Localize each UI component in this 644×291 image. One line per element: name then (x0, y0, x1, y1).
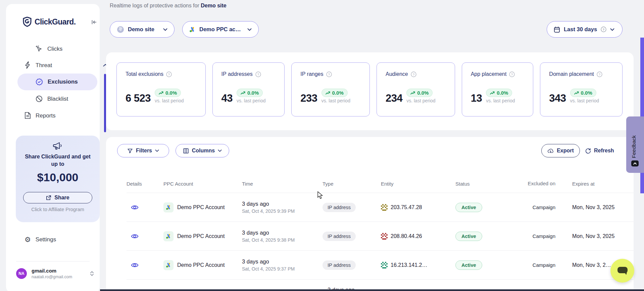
calendar-icon (554, 26, 560, 33)
account-menu[interactable]: NA gmail.com naatali.ro@gmail.com (16, 268, 94, 279)
affiliate-link[interactable]: Click to Affiliate Program (16, 207, 100, 212)
sidebar-item-blacklist[interactable]: Blacklist (36, 91, 68, 106)
type-badge: IP address (323, 260, 356, 270)
google-ads-icon (189, 26, 196, 33)
excluded-on-value: Campaign (519, 204, 572, 210)
time-absolute: Sat, Oct 4, 2025 9:39 PM (242, 208, 323, 214)
select-chevrons-icon (90, 271, 94, 277)
clickguard-dashboard: ClickGuard. Clicks Threat Exclusions (0, 0, 644, 291)
affiliate-promo-card: Share ClickGuard and get up to $10,000 S… (16, 136, 100, 222)
stat-card-audience: Audience ? 234 0.0% vs. last period (377, 62, 455, 116)
badge-check-icon (36, 78, 43, 86)
avatar: NA (16, 268, 27, 279)
entity-value: 203.75.47.28 (391, 204, 422, 210)
sidebar-item-label: Blacklist (47, 96, 68, 102)
gear-icon: ⚙ (24, 236, 31, 243)
stat-card-ip-addresses: IP addresses ? 43 0.0% vs. last period (212, 62, 285, 116)
excluded-on-value: Campaign (519, 262, 572, 268)
share-button-label: Share (54, 195, 69, 201)
trend-up-icon (159, 91, 163, 95)
sidebar-item-reports[interactable]: Reports (24, 108, 56, 123)
filters-button-label: Filters (136, 148, 152, 154)
help-icon[interactable]: ? (509, 71, 515, 77)
chevron-down-icon (155, 149, 159, 152)
site-selector[interactable]: Demo site (110, 21, 175, 38)
stat-label: App placement (471, 71, 507, 77)
date-range-value: Last 30 days (564, 26, 597, 33)
col-header-expires: Expires at (572, 181, 634, 187)
stat-caption: vs. last period (155, 98, 184, 103)
table-row: Demo PPC Account 3 days agoSat, Oct 4, 2… (127, 222, 634, 251)
export-button[interactable]: Export (541, 144, 580, 157)
help-icon[interactable]: ? (411, 71, 416, 77)
trend-value: 0.0% (497, 90, 508, 96)
sidebar-item-settings[interactable]: ⚙ Settings (24, 232, 56, 247)
exclusions-table-panel: Filters Columns Export Refresh Details P… (106, 137, 634, 291)
help-icon[interactable]: ? (597, 71, 602, 77)
trend-up-icon (241, 91, 245, 95)
view-details-eye-icon[interactable] (131, 233, 163, 239)
svg-text:?: ? (328, 72, 330, 76)
col-header-excluded-on: Excluded on (519, 180, 572, 187)
help-icon[interactable]: ? (326, 71, 332, 77)
sidebar-item-label: Threat (36, 62, 52, 68)
stat-value: 234 (386, 93, 402, 103)
sidebar-item-exclusions[interactable]: Exclusions (17, 74, 97, 90)
stat-caption: vs. last period (237, 98, 265, 103)
columns-button-label: Columns (192, 148, 215, 154)
trend-up-icon (410, 91, 415, 95)
trend-up-icon (490, 91, 495, 95)
entity-identicon (381, 204, 388, 211)
ppc-account-selector[interactable]: Demo PPC ac… (182, 21, 259, 38)
columns-button[interactable]: Columns (176, 144, 229, 157)
chevron-down-icon (218, 149, 222, 152)
filters-button[interactable]: Filters (117, 144, 169, 157)
help-icon[interactable]: ? (166, 71, 172, 77)
entity-identicon (381, 233, 388, 240)
sidebar-item-clicks[interactable]: Clicks (36, 41, 62, 56)
ppc-account-name: Demo PPC Account (177, 233, 225, 239)
share-button[interactable]: Share (23, 192, 92, 203)
stat-caption: vs. last period (406, 98, 435, 103)
stat-label: IP addresses (221, 71, 253, 77)
site-selector-value: Demo site (128, 26, 154, 33)
account-name: gmail.com (32, 268, 90, 274)
sidebar-divider (16, 261, 90, 261)
refresh-button[interactable]: Refresh (585, 144, 614, 157)
stat-card-app-placement: App placement ? 13 0.0% vs. last period (462, 62, 534, 116)
sidebar: ClickGuard. Clicks Threat Exclusions (6, 4, 100, 291)
stat-caption: vs. last period (570, 98, 599, 103)
ppc-account-name: Demo PPC Account (177, 262, 225, 268)
bottom-edge-strip (100, 289, 644, 291)
expires-at-value: Mon, Nov 3, 2025 (572, 204, 634, 210)
page-subtitle: Realtime logs of protective actions for … (110, 3, 227, 9)
trend-value: 0.0% (417, 90, 429, 96)
filter-icon (127, 148, 133, 154)
chat-launcher-button[interactable] (610, 259, 634, 283)
feedback-tab[interactable]: Feedback (626, 116, 644, 173)
time-absolute: Sat, Oct 4, 2025 9:38 PM (242, 237, 323, 243)
help-icon[interactable]: ? (255, 71, 261, 77)
globe-icon (117, 26, 124, 33)
megaphone-icon (16, 142, 100, 150)
trend-value: 0.0% (332, 90, 344, 96)
sidebar-item-threat[interactable]: Threat (24, 58, 52, 72)
ban-icon (36, 95, 43, 102)
status-badge: Active (455, 203, 482, 212)
time-absolute: Sat, Oct 4, 2025 9:37 PM (242, 266, 323, 272)
date-range-selector[interactable]: Last 30 days ? (547, 21, 623, 38)
view-details-eye-icon[interactable] (131, 262, 163, 268)
refresh-button-label: Refresh (594, 148, 614, 154)
chevron-down-icon (247, 28, 252, 31)
collapse-sidebar-icon[interactable] (91, 19, 97, 26)
google-ads-icon (163, 231, 174, 241)
type-badge: IP address (323, 232, 356, 241)
table-row: Demo PPC Account 3 days agoSat, Oct 4, 2… (127, 251, 634, 280)
subtitle-site-name: Demo site (201, 3, 226, 8)
cloud-download-icon (547, 148, 554, 154)
sidebar-item-label: Settings (36, 237, 56, 242)
stat-value: 343 (549, 93, 566, 103)
view-details-eye-icon[interactable] (131, 204, 163, 210)
export-button-label: Export (557, 148, 574, 154)
feedback-tab-label: Feedback (631, 121, 637, 158)
